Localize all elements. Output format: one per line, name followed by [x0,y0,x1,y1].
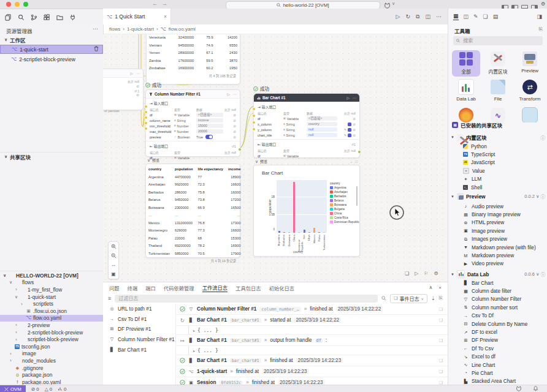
mascot-chevron-icon[interactable]: ∨ [392,1,395,6]
tree-item[interactable]: › 2-scriptlet-block-preview [0,329,103,336]
fullscreen-icon[interactable]: □ [355,160,358,164]
category-builtin[interactable]: 内置区块 [484,50,512,75]
expand-icon[interactable]: ▸ [193,328,195,333]
comment-icon[interactable]: ❏ [439,369,443,374]
flag-icon[interactable]: ⚐ [424,271,428,276]
search-icon[interactable] [17,13,26,22]
source-control-icon[interactable] [29,13,39,22]
block-item[interactable]: JS JavaScript [448,159,547,167]
export-log-icon[interactable]: ⇣ [431,296,435,301]
info-icon[interactable]: ⓘ [541,193,546,200]
tree-item[interactable]: ∨ 1-quick-start [0,293,103,301]
chevron-down-icon[interactable]: ∨ [147,158,151,163]
port-value[interactable]: <已连接> [307,116,337,121]
flow-canvas[interactable]: Venezuela 32400000 75.9 14200 Vietnam 94… [103,34,448,282]
edit-tab-icon[interactable]: ✎ [473,13,478,20]
toolbox-search[interactable] [453,36,543,45]
open-preview-icon[interactable]: ⧉ [416,13,419,20]
ui-binding-chip[interactable] [348,134,351,137]
tree-item[interactable]: ◆ .gitignore [0,364,103,372]
category-partial-1[interactable] [452,107,480,123]
panel-tab[interactable]: 工作流日志 [202,284,228,292]
nullable-icon[interactable]: ⊘ [353,134,356,137]
zoom-out-icon[interactable] [109,251,118,260]
block-item[interactable]: ⊞ DF Preview [448,336,547,344]
node-run-item[interactable]: ◎ URL to path #1 [103,304,175,314]
panel-tab[interactable]: 代码依赖管理 [164,284,194,292]
fit-view-icon[interactable]: ▣ [109,270,118,279]
panel-tab[interactable]: 终端 [128,284,138,292]
extensions-icon[interactable] [42,13,52,22]
run-node-icon[interactable]: ▷ [227,92,230,96]
input-port-dot[interactable] [252,127,256,131]
block-item[interactable]: ⊟ Delete Column By Name [448,320,547,328]
node-run-item[interactable]: → Csv To Df #1 [103,314,175,325]
package-tab-icon[interactable]: ◫ [464,13,469,20]
group-data-lab[interactable]: ▼ Data Lab 0.0.6∨ⓘ [451,270,545,278]
ports-indicator[interactable]: 0 [58,386,66,392]
ovm-remote-indicator[interactable]: OVM [0,385,26,392]
block-item[interactable]: ◔ Pie Chart [448,369,547,377]
block-item[interactable]: ← Df To Csv [448,344,547,352]
tree-item[interactable]: › scriptlet-block-preview [0,336,103,343]
port-value[interactable]: <已连接> [196,113,223,117]
input-port-dot[interactable] [252,114,256,118]
input-port-dot[interactable] [252,121,256,124]
toolbox-tab-icon[interactable]: ▦ [453,13,459,20]
tree-item[interactable]: ! package.oo.yaml [0,379,103,385]
run-flow-icon[interactable]: ▷ [396,13,400,20]
nullable-icon[interactable]: ⊘ [233,130,236,134]
log-row[interactable]: ▽ Column Number Filter #1 column_number_… [176,304,448,315]
workspace-item[interactable]: ⌥ 2-scriptlet-block-preview [0,55,103,64]
more-actions-icon[interactable]: ⋯ [436,13,442,20]
search-icon[interactable] [381,296,386,301]
toggle-panel-icon[interactable]: ◨ [537,13,547,20]
errors-indicator[interactable]: ⊘0 [31,386,39,392]
block-item[interactable]: >_ Shell [448,183,547,191]
notifications-bell-icon[interactable] [533,386,538,392]
ui-binding-chip[interactable] [348,123,351,126]
forward-icon[interactable]: → [162,1,167,7]
download-icon[interactable]: ↓ [350,160,352,164]
zoom-in-icon[interactable] [109,242,118,251]
comment-icon[interactable]: ❏ [439,338,443,343]
tree-item[interactable]: ∨ HELLO-WORLD-22 [OVM] [0,272,103,279]
category-all[interactable]: 全部 [452,50,480,77]
node-bar-chart[interactable]: Bar Chart #1 ▷⋯ ⇥输入端口 端口名 类型 数据 允许 null … [253,93,360,158]
block-item[interactable]: ∿ Line Chart [448,361,547,369]
toolbox-search-input[interactable] [462,37,540,44]
log-detail-row[interactable]: ▸ { ... } [176,326,448,335]
warnings-indicator[interactable]: △0 [45,386,52,392]
files-icon[interactable] [4,13,13,22]
legend-scrollbar[interactable] [356,186,358,206]
port-value[interactable]: country [307,122,337,126]
block-item[interactable]: ▤ Binary Image preview [448,210,547,218]
block-item[interactable]: = Value [448,167,547,175]
new-block-icon[interactable]: ⎘ [539,26,543,32]
split-editor-icon[interactable]: ◫ [425,13,430,20]
tree-item[interactable]: › 1-my_first_flow [0,286,103,293]
block-item[interactable]: ♪ Audio preview [448,202,547,210]
tree-item[interactable]: › node_modules [0,357,103,364]
nullable-icon[interactable]: ⊘ [136,85,139,88]
block-item[interactable]: M Markdown preview [448,251,547,259]
event-log-dropdown[interactable]: ❏ 事件日志 ∨ [390,294,427,303]
minimize-window-button[interactable] [15,2,20,7]
comment-icon[interactable]: ❏ [439,318,443,323]
input-port-dot[interactable] [144,121,148,125]
tree-item[interactable]: {} package.json [0,371,103,379]
tab-close-icon[interactable]: × [164,13,167,20]
canvas-settings-icon[interactable]: ⚙ [434,271,438,276]
log-row[interactable]: ⌥ 1-quick-start » finished at 2025/3/19 … [176,366,448,377]
group-builtin[interactable]: ▼ 内置区块 ⓘ [451,134,545,141]
rerun-icon[interactable]: ↻ [406,13,411,20]
node-more-icon[interactable]: ⋯ [353,96,356,100]
collapse-panel-icon[interactable]: ∧ [429,285,432,290]
category-partial-3[interactable] [516,107,544,123]
category-partial-2[interactable]: ∿ [484,107,512,123]
fit-width-icon[interactable]: ↔ [109,260,118,270]
expand-icon[interactable]: ▸ [193,349,195,353]
block-item[interactable]: TS TypeScript [448,150,547,158]
back-icon[interactable]: ← [152,1,158,7]
group-preview[interactable]: ▼ Preview 0.0.2∨ⓘ [451,193,545,200]
